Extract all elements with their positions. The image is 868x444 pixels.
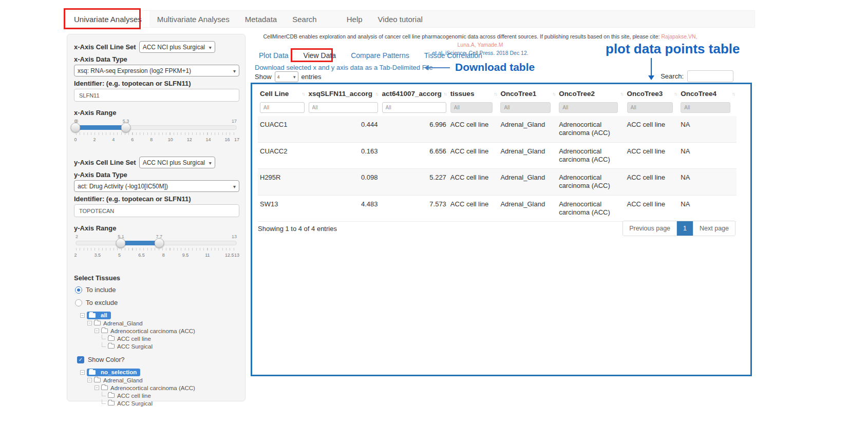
tab-plot-data[interactable]: Plot Data [259,51,289,60]
radio-include-label: To include [86,286,116,294]
tab-tissue-correlation[interactable]: Tissue Correlation [424,51,482,60]
tree-node-row[interactable]: ACC Surgical [102,342,238,350]
show-color-row[interactable]: ✓ Show Color? [77,356,238,363]
sort-icon[interactable]: ↑↓ [302,91,305,96]
folder-icon [101,385,108,390]
column-filter-input-3[interactable] [382,102,446,113]
column-header-oncotree4[interactable]: OncoTree4↑↓ [678,85,737,101]
column-header-xsqslfn11_accorg[interactable]: xsqSLFN11_accorg↑↓ [307,85,380,101]
column-header-tissues[interactable]: tissues↑↓ [448,85,499,101]
sort-icon[interactable]: ↑↓ [620,91,623,96]
x-axis-range-slider[interactable]: 01705.3024681012141617 [76,119,237,147]
radio-exclude-control[interactable] [75,299,82,306]
sort-icon[interactable]: ↑↓ [375,91,378,96]
tree-root-node-all[interactable]: all [87,312,111,319]
sort-icon[interactable]: ↑↓ [444,91,446,96]
tree-root-node-no_selection[interactable]: no_selection [87,369,140,376]
column-header-act641007_accorg[interactable]: act641007_accorg↑↓ [380,85,448,101]
column-header-oncotree2[interactable]: OncoTree2↑↓ [557,85,625,101]
tree-node-label: Adrenal_Gland [103,377,143,383]
nav-item-multivariate-analyses[interactable]: Multivariate Analyses [149,11,237,27]
y-axis-identifier-input[interactable] [74,204,239,217]
folder-icon [89,370,96,375]
slider-high-handle[interactable] [154,238,164,248]
y-axis-range-slider[interactable]: 2135.17.723.556.589.51112.513 [76,234,237,263]
table-search-input[interactable] [687,70,733,82]
column-header-oncotree3[interactable]: OncoTree3↑↓ [625,85,679,101]
slider-low-handle[interactable] [116,238,126,248]
download-tsv-link[interactable]: Download selected x and y axis data as a… [255,64,433,71]
select-tissues-title: Select Tissues [74,274,238,282]
tab-view-data[interactable]: View Data [304,51,336,60]
column-header-cell-line[interactable]: Cell Line↑↓ [258,85,307,101]
entries-label: entries [301,73,322,81]
table-row-H295R[interactable]: H295R0.0985.227ACC cell lineAdrenal_Glan… [258,169,737,196]
tree-node-row[interactable]: −Adrenal_Gland [87,319,238,327]
column-filter-input-8[interactable] [681,102,730,113]
slider-tick-label: 16 [225,137,230,142]
column-filter-input-6[interactable] [559,102,617,113]
table-row-CUACC2[interactable]: CUACC20.1636.656ACC cell lineAdrenal_Gla… [258,142,737,169]
nav-item-help[interactable]: Help [339,11,370,27]
tab-compare-patterns[interactable]: Compare Patterns [351,51,409,60]
slider-high-handle[interactable] [121,123,130,132]
column-filter-input-2[interactable] [309,102,378,113]
tree-collapse-icon[interactable]: − [95,385,99,390]
tree-collapse-icon[interactable]: − [80,313,85,318]
radio-to-exclude[interactable]: To exclude [75,299,238,306]
radio-to-include[interactable]: To include [75,286,238,294]
cell-tissues: ACC cell line [448,116,499,142]
radio-include-control[interactable] [75,286,82,294]
cell-oncotree2: Adrenocortical carcinoma (ACC) [557,169,625,196]
x-axis-cell-line-set-label: x-Axis Cell Line Set [74,43,136,51]
table-row-SW13[interactable]: SW134.4837.573ACC cell lineAdrenal_Gland… [258,195,737,222]
current-page-button[interactable]: 1 [676,221,693,236]
nav-item-video-tutorial[interactable]: Video tutorial [370,11,430,27]
tree-node-row[interactable]: ACC cell line [102,392,238,399]
sort-icon[interactable]: ↑↓ [494,91,496,96]
y-axis-data-type-select[interactable]: act: Drug Activity (-log10[IC50M]) [74,180,239,192]
nav-item-search[interactable]: Search [285,11,325,27]
column-filter-input-5[interactable] [500,102,550,113]
sort-icon[interactable]: ↑↓ [732,91,734,96]
next-page-button[interactable]: Next page [693,221,735,236]
cell-cell-line: CUACC2 [258,142,307,169]
tree-collapse-icon[interactable]: − [80,370,85,375]
sort-icon[interactable]: ↑↓ [552,91,555,96]
table-row-CUACC1[interactable]: CUACC10.4446.996ACC cell lineAdrenal_Gla… [258,116,737,142]
tree-root-row[interactable]: −all [80,312,238,319]
y-axis-cell-line-set-select[interactable]: ACC NCI plus Surgical [139,157,215,168]
tree-node-row[interactable]: −Adrenocortical carcinoma (ACC) [95,327,238,335]
folder-icon [108,344,115,349]
slider-tick-label: 9.5 [182,253,189,258]
tree-collapse-icon[interactable]: − [95,329,99,333]
slider-tick-label: 3.5 [95,253,101,258]
tree-node-row[interactable]: −Adrenal_Gland [87,376,238,384]
cell-oncotree2: Adrenocortical carcinoma (ACC) [557,116,625,142]
tree-node-row[interactable]: ACC cell line [102,335,238,342]
nav-item-univariate-analyses[interactable]: Univariate Analyses [66,11,149,27]
previous-page-button[interactable]: Previous page [623,221,676,236]
x-axis-data-type-select[interactable]: xsq: RNA-seq Expression (log2 FPKM+1) [74,65,239,76]
x-axis-cell-line-set-select[interactable]: ACC NCI plus Surgical [139,41,215,53]
entries-count-select[interactable]: 4 [275,71,298,82]
nav-item-metadata[interactable]: Metadata [237,11,285,27]
cell-oncotree2: Adrenocortical carcinoma (ACC) [557,195,625,222]
folder-icon [94,378,101,382]
tree-root-row[interactable]: −no_selection [80,369,238,376]
slider-low-handle[interactable] [71,123,81,132]
column-header-oncotree1[interactable]: OncoTree1↑↓ [498,85,557,101]
show-label: Show [255,73,272,81]
tree-collapse-icon[interactable]: − [87,321,92,325]
sort-icon[interactable]: ↑↓ [674,91,676,96]
search-row: Search: [661,70,733,82]
show-color-checkbox[interactable]: ✓ [77,356,84,363]
tree-node-row[interactable]: ACC Surgical [102,399,238,407]
column-filter-input-4[interactable] [450,102,493,113]
slider-tick-label: 0 [74,137,77,142]
column-filter-input-1[interactable] [260,102,305,113]
column-filter-input-7[interactable] [627,102,673,113]
x-axis-identifier-input[interactable] [74,89,239,102]
tree-node-row[interactable]: −Adrenocortical carcinoma (ACC) [95,384,238,392]
tree-collapse-icon[interactable]: − [87,378,92,382]
